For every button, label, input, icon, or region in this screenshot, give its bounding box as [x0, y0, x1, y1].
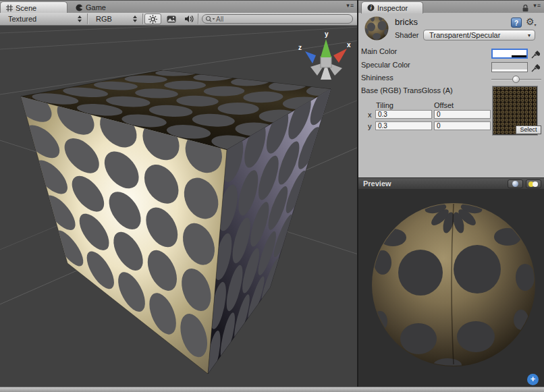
scene-skybox-toggle[interactable] — [163, 13, 180, 24]
alpha-bar — [493, 55, 526, 57]
alpha-bar — [492, 69, 527, 72]
scene-pane-menu-icon[interactable]: ▾≡ — [346, 2, 354, 9]
gizmo-y-label: y — [325, 30, 329, 38]
updown-arrows-icon — [133, 16, 137, 22]
tiling-column-label: Tiling — [376, 101, 393, 109]
toolbar-separator — [198, 13, 198, 24]
preview-area[interactable]: + — [358, 189, 544, 387]
shader-value: Transparent/Specular — [429, 31, 500, 39]
preview-shape-button[interactable] — [508, 179, 523, 188]
search-icon — [205, 16, 216, 23]
base-map-label: Base (RGB) TransGloss (A) — [361, 86, 453, 94]
sphere-icon — [512, 181, 518, 187]
main-color-swatch[interactable] — [491, 49, 528, 59]
gear-icon[interactable]: ⚙▾ — [526, 16, 537, 27]
eyedropper-icon[interactable] — [531, 62, 540, 72]
inspector-pane-menu-icon[interactable]: ▾≡ — [533, 2, 541, 9]
lock-icon[interactable] — [522, 3, 529, 15]
tab-scene-label: Scene — [16, 4, 36, 12]
scene-viewport[interactable]: y x z — [0, 26, 357, 387]
chevron-down-icon: ▾ — [528, 32, 531, 38]
game-icon — [76, 4, 83, 11]
inspector-tabstrip: i Inspector ▾≡ — [358, 0, 544, 13]
shader-label: Shader — [395, 31, 418, 39]
preview-header[interactable]: Preview — [358, 177, 544, 189]
render-mode-value: Textured — [8, 15, 36, 23]
tab-scene[interactable]: Scene — [0, 1, 67, 13]
tab-game[interactable]: Game — [70, 1, 124, 13]
gizmo-z-label: z — [298, 44, 302, 51]
tab-inspector[interactable]: i Inspector — [361, 1, 423, 13]
scene-lighting-toggle[interactable] — [144, 13, 161, 24]
info-icon: i — [367, 4, 375, 11]
help-icon[interactable]: ? — [511, 18, 522, 28]
slider-thumb[interactable] — [512, 76, 520, 83]
window-bottom-edge — [0, 387, 544, 392]
tab-inspector-label: Inspector — [377, 4, 408, 12]
speaker-icon — [184, 15, 194, 23]
offset-y-field[interactable] — [434, 121, 491, 130]
image-icon — [167, 16, 176, 23]
scene-tabstrip: Scene Game ▾≡ — [0, 0, 357, 13]
material-preview-sphere[interactable] — [358, 189, 544, 387]
updown-arrows-icon — [78, 16, 82, 22]
offset-column-label: Offset — [434, 101, 454, 109]
material-ball-icon — [364, 16, 389, 41]
shininess-slider[interactable] — [491, 74, 541, 84]
gizmo-x-label: x — [347, 41, 351, 49]
shader-dropdown[interactable]: Transparent/Specular ▾ — [423, 30, 535, 40]
add-button[interactable]: + — [527, 374, 539, 385]
preview-title: Preview — [363, 179, 391, 188]
unity-editor-window: Scene Game ▾≡ Textured RGB — [0, 0, 544, 392]
shininess-label: Shininess — [361, 74, 393, 82]
eyedropper-icon[interactable] — [531, 49, 540, 59]
select-texture-button[interactable]: Select — [516, 125, 541, 134]
scene-grid-icon — [6, 5, 13, 11]
offset-x-field[interactable] — [434, 110, 491, 119]
scene-search-field[interactable]: All — [202, 14, 353, 24]
specular-color-swatch[interactable] — [491, 62, 528, 72]
row-y-label: y — [368, 122, 372, 130]
inspector-pane: i Inspector ▾≡ bricks ? ⚙▾ Shader Transp… — [358, 0, 544, 387]
material-name: bricks — [395, 17, 418, 27]
tiling-x-field[interactable] — [375, 110, 432, 119]
search-value: All — [216, 16, 223, 23]
scene-audio-toggle[interactable] — [180, 13, 197, 24]
color-channel-dropdown[interactable]: RGB — [88, 13, 142, 25]
color-channel-value: RGB — [96, 15, 112, 23]
row-x-label: x — [368, 111, 372, 119]
render-mode-dropdown[interactable]: Textured — [0, 13, 87, 25]
gear-caret-icon: ▾ — [535, 23, 537, 27]
specular-color-label: Specular Color — [361, 61, 410, 69]
sun-icon — [148, 15, 157, 24]
light-dot-icon — [533, 181, 538, 187]
scene-pane: Scene Game ▾≡ Textured RGB — [0, 0, 357, 387]
toolbar-separator — [142, 13, 143, 24]
tiling-y-field[interactable] — [375, 121, 432, 130]
main-color-label: Main Color — [361, 47, 397, 55]
tab-game-label: Game — [86, 3, 106, 11]
preview-lighting-button[interactable] — [526, 179, 541, 188]
scene-toolbar: Textured RGB — [0, 13, 357, 26]
